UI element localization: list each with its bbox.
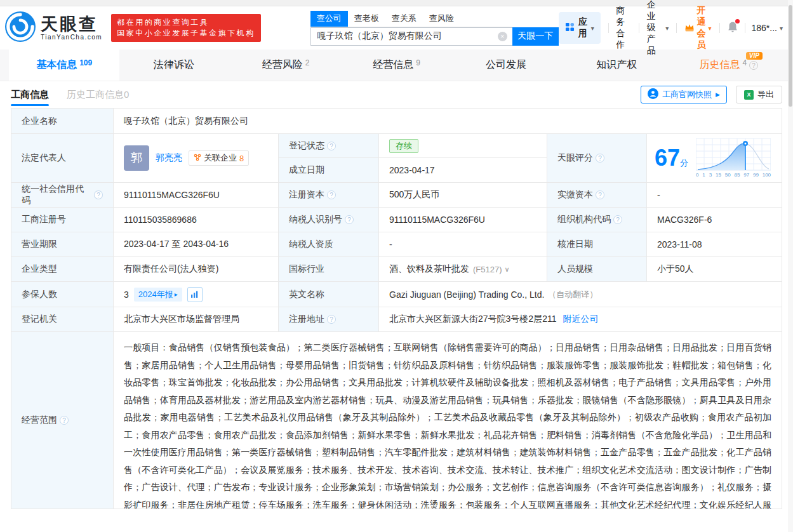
credit-code-value: 91110115MACG326F6U bbox=[114, 183, 279, 208]
apps-grid-icon bbox=[565, 22, 575, 34]
legal-rep-link[interactable]: 郭亮亮 bbox=[156, 152, 182, 164]
score-value[interactable]: 67分 0131550859799100 bbox=[647, 134, 782, 183]
credit-code-label: 统一社会信用代码? bbox=[11, 183, 114, 208]
help-icon[interactable]: ? bbox=[327, 315, 336, 324]
insured-trend-button[interactable] bbox=[187, 287, 203, 302]
notifications-bell[interactable] bbox=[727, 21, 738, 36]
tab-basic-info[interactable]: 基本信息109 bbox=[9, 50, 119, 81]
score-axis: 0131550859799100 bbox=[696, 172, 771, 178]
business-coop-link[interactable]: 商务合作 bbox=[616, 5, 631, 51]
search-button[interactable]: 天眼一下 bbox=[512, 27, 559, 46]
nearby-companies-link[interactable]: 附近公司 bbox=[563, 314, 598, 325]
logo-domain: TianYanCha.com bbox=[41, 34, 102, 41]
reg-capital-label: 注册资本? bbox=[279, 183, 379, 208]
paid-capital-label: 实缴资本? bbox=[547, 183, 647, 208]
search-tab-risk[interactable]: 查风险 bbox=[423, 11, 460, 27]
bar-chart-icon bbox=[190, 290, 199, 298]
chevron-down-icon[interactable]: ∨ bbox=[505, 265, 510, 274]
establish-date-value: 2023-04-17 bbox=[379, 158, 547, 183]
promo-banner: 都在用的商业查询工具 国家中小企业发展子基金旗下机构 bbox=[111, 14, 261, 42]
network-icon bbox=[194, 154, 201, 163]
enterprise-products-menu[interactable]: 企业级产品 ▾ bbox=[647, 0, 669, 57]
subtab-history-registration[interactable]: 历史工商信息0 bbox=[67, 83, 129, 107]
reg-address-value: 北京市大兴区新源大街27号院3号楼2层211 附近公司 bbox=[379, 307, 782, 332]
help-icon[interactable]: ? bbox=[327, 142, 336, 150]
taxpayer-quality-label: 纳税人资质 bbox=[279, 232, 379, 257]
annual-report-chip[interactable]: 2024年报▸ bbox=[134, 288, 182, 302]
logo-title: 天眼查 bbox=[41, 15, 102, 33]
company-type-label: 企业类型 bbox=[11, 257, 114, 282]
score-curve-chart: 0131550859799100 bbox=[696, 138, 771, 178]
chevron-down-icon: ▾ bbox=[665, 25, 669, 32]
apps-menu[interactable]: 应用 ▾ bbox=[559, 12, 601, 44]
arrow-right-icon: ▶ bbox=[716, 91, 720, 98]
notification-dot bbox=[735, 19, 740, 23]
business-term-value: 2023-04-17 至 2043-04-16 bbox=[114, 232, 279, 257]
search-tab-relation[interactable]: 查关系 bbox=[385, 11, 423, 27]
section-toolbar: 工商信息 历史工商信息0 工商官网快照 ▶ X 导出 bbox=[0, 81, 793, 108]
related-companies-badge[interactable]: 关联企业 8 bbox=[189, 150, 249, 166]
english-name-value: Gazi Jiuguan (Beijing) Trading Co., Ltd.… bbox=[379, 282, 782, 307]
score-label: 天眼评分? bbox=[547, 134, 647, 183]
tab-company-development[interactable]: 公司发展 bbox=[452, 50, 563, 81]
reg-capital-value: 500万人民币 bbox=[379, 183, 547, 208]
open-vip-menu[interactable]: 开通会员 ▾ bbox=[684, 5, 712, 51]
reg-authority-value: 北京市大兴区市场监督管理局 bbox=[114, 307, 279, 332]
reg-authority-label: 登记机关 bbox=[11, 307, 114, 332]
page-scrollbar[interactable] bbox=[788, 0, 793, 532]
apps-label: 应用 bbox=[578, 17, 587, 39]
approval-date-value: 2023-11-08 bbox=[647, 232, 782, 257]
legal-rep-value: 郭 郭亮亮 关联企业 8 bbox=[114, 134, 279, 183]
promo-line2: 国家中小企业发展子基金旗下机构 bbox=[117, 28, 255, 39]
org-code-label: 组织机构代码? bbox=[547, 208, 647, 232]
export-button[interactable]: X 导出 bbox=[736, 86, 782, 103]
excel-icon: X bbox=[744, 90, 754, 100]
header-nav: 应用 ▾ 商务合作 企业级产品 ▾ 开通会员 ▾ bbox=[559, 0, 783, 57]
help-icon[interactable]: ? bbox=[94, 190, 103, 199]
help-icon[interactable]: ? bbox=[596, 154, 604, 163]
scrollbar-thumb[interactable] bbox=[789, 5, 792, 107]
establish-date-label: 成立日期 bbox=[279, 158, 379, 183]
legal-rep-label: 法定代表人 bbox=[11, 134, 114, 183]
tab-legal[interactable]: 法律诉讼 bbox=[119, 50, 230, 81]
site-header: 天眼查 TianYanCha.com 都在用的商业查询工具 国家中小企业发展子基… bbox=[0, 6, 793, 50]
help-icon[interactable]: ? bbox=[749, 61, 758, 70]
tab-operating-risk[interactable]: 经营风险2 bbox=[230, 50, 341, 81]
reg-address-label: 注册地址? bbox=[279, 307, 379, 332]
business-scope-value: 一般项目：食品销售（仅销售预包装食品）；第二类医疗器械销售；互联网销售（除销售需… bbox=[114, 332, 782, 509]
insured-value: 3 2024年报▸ bbox=[114, 282, 279, 307]
promo-line1: 都在用的商业查询工具 bbox=[117, 17, 255, 28]
help-icon[interactable]: ? bbox=[345, 215, 354, 224]
business-term-label: 营业期限 bbox=[11, 232, 114, 257]
help-icon[interactable]: ? bbox=[613, 215, 622, 224]
paid-capital-value: - bbox=[647, 183, 782, 208]
account-menu[interactable]: 186*... ▾ bbox=[752, 23, 783, 33]
auto-translate-note: （自动翻译） bbox=[548, 289, 597, 300]
search-section: 查公司 查老板 查关系 查风险 × 天眼一下 bbox=[310, 11, 559, 46]
help-icon[interactable]: ? bbox=[327, 190, 336, 199]
arrow-right-icon: ▸ bbox=[175, 291, 178, 298]
tab-history-info[interactable]: VIP 历史信息4 ? bbox=[674, 50, 784, 81]
official-snapshot-button[interactable]: 工商官网快照 ▶ bbox=[641, 86, 727, 103]
clear-icon[interactable]: × bbox=[498, 32, 507, 41]
staff-size-label: 人员规模 bbox=[547, 257, 647, 282]
tab-business-info[interactable]: 经营信息9 bbox=[341, 50, 451, 81]
help-icon[interactable]: ? bbox=[60, 416, 69, 425]
tab-intellectual-property[interactable]: 知识产权 bbox=[563, 50, 673, 81]
english-name-label: 英文名称 bbox=[279, 282, 379, 307]
org-code-value: MACG326F-6 bbox=[647, 208, 782, 232]
person-badge-icon bbox=[648, 88, 658, 101]
logo-swirl-icon bbox=[5, 11, 36, 44]
business-scope-label: 经营范围? bbox=[11, 332, 114, 509]
score-number: 67 bbox=[655, 145, 680, 171]
help-icon[interactable]: ? bbox=[596, 190, 604, 199]
search-tab-company[interactable]: 查公司 bbox=[310, 11, 348, 27]
tianyancha-logo[interactable]: 天眼查 TianYanCha.com bbox=[5, 11, 102, 44]
industry-value[interactable]: 酒、饮料及茶叶批发 (F5127) ∨ bbox=[379, 257, 547, 282]
search-input[interactable] bbox=[310, 27, 512, 46]
search-tab-boss[interactable]: 查老板 bbox=[348, 11, 385, 27]
subtab-business-registration[interactable]: 工商信息 bbox=[11, 83, 49, 107]
avatar[interactable]: 郭 bbox=[124, 145, 149, 171]
chevron-down-icon: ▾ bbox=[591, 25, 594, 32]
insured-label: 参保人数 bbox=[11, 282, 114, 307]
